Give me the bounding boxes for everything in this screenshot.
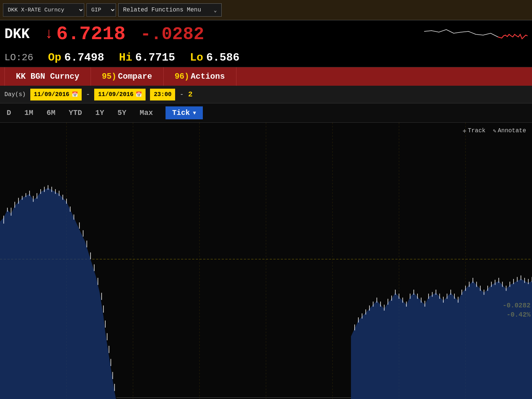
function-menu-bar: KK BGN Curncy 95) Compare 96) Actions (0, 67, 532, 86)
period-ytd-btn[interactable]: YTD (68, 107, 83, 119)
price-display: ↓ 6.7218 (44, 23, 125, 45)
chart-area: ✛ Track ✎ Annotate -0.0282 -0.42% (0, 123, 532, 399)
date-to-value: 11/09/2016 (98, 91, 133, 98)
lo-label: Lo (190, 51, 203, 64)
op-label: Op (48, 51, 61, 64)
actions-menu-item[interactable]: 96) Actions (164, 67, 236, 86)
price-direction-icon: ↓ (44, 26, 53, 42)
main-chart-svg (0, 123, 532, 399)
annotate-button[interactable]: ✎ Annotate (493, 127, 526, 134)
open-info: Op 6.7498 (48, 51, 104, 64)
calendar-icon: 📅 (72, 91, 78, 98)
tick-label: Tick (172, 109, 190, 117)
pencil-icon: ✎ (493, 127, 496, 134)
actions-num: 96) (175, 72, 190, 81)
period-d-btn[interactable]: D (6, 107, 12, 119)
calendar-to-icon: 📅 (136, 91, 142, 98)
hi-value: 6.7715 (135, 51, 175, 64)
hi-label: Hi (119, 51, 132, 64)
price-change: -.0282 (140, 24, 204, 44)
tick-dropdown-icon: ▼ (193, 110, 196, 116)
date-from-field[interactable]: 11/09/2016 📅 (30, 89, 82, 100)
lo-value: 6.586 (206, 51, 239, 64)
period-bar: D 1M 6M YTD 1Y 5Y Max Tick ▼ (0, 103, 532, 123)
date-from-value: 11/09/2016 (34, 91, 69, 98)
period-label: Day(s) (4, 91, 26, 98)
annotate-label: Annotate (498, 127, 526, 134)
compare-label: Compare (118, 72, 152, 81)
track-label: Track (468, 127, 485, 134)
svg-marker-9 (351, 279, 532, 399)
security-name-label: KK BGN Curncy (16, 72, 79, 81)
compare-menu-item[interactable]: 95) Compare (91, 67, 164, 86)
time-display: LO:26 (4, 52, 33, 63)
compare-num: 95) (102, 72, 117, 81)
op-value: 6.7498 (64, 51, 104, 64)
period-5y-btn[interactable]: 5Y (117, 107, 127, 119)
currency-label: DKK (4, 26, 30, 42)
top-bar: DKK X-RATE Curncy GIP Related Functions … (0, 0, 532, 20)
low-info: Lo 6.586 (190, 51, 239, 64)
filter-bar: Day(s) 11/09/2016 📅 - 11/09/2016 📅 23:00… (0, 86, 532, 103)
period-tick-btn[interactable]: Tick ▼ (166, 106, 202, 119)
mini-sparkline (424, 24, 528, 44)
ticker-dropdown[interactable]: GIP (86, 3, 116, 17)
track-button[interactable]: ✛ Track (463, 127, 486, 134)
svg-marker-8 (0, 188, 116, 399)
time-to-partial: 2 (188, 90, 192, 99)
period-1y-btn[interactable]: 1Y (95, 107, 105, 119)
time-from-field[interactable]: 23:00 (150, 89, 175, 100)
security-name-item: KK BGN Curncy (4, 67, 91, 86)
rfm-dropdown[interactable]: Related Functions Menu ⌄ (118, 3, 222, 17)
info-row: LO:26 Op 6.7498 Hi 6.7715 Lo 6.586 (0, 48, 532, 67)
rfm-label: Related Functions Menu (123, 7, 201, 13)
crosshair-icon: ✛ (463, 127, 467, 134)
time-from-value: 23:00 (154, 91, 171, 98)
date-separator: - (86, 91, 90, 98)
high-info: Hi 6.7715 (119, 51, 175, 64)
price-header: DKK ↓ 6.7218 -.0282 (0, 20, 532, 48)
chart-tools: ✛ Track ✎ Annotate (463, 127, 526, 134)
period-max-btn[interactable]: Max (139, 107, 154, 119)
chevron-down-icon: ⌄ (214, 7, 217, 13)
price-value: 6.7218 (56, 23, 125, 45)
actions-label: Actions (191, 72, 225, 81)
period-6m-btn[interactable]: 6M (46, 107, 56, 119)
date-to-field[interactable]: 11/09/2016 📅 (94, 89, 146, 100)
period-1m-btn[interactable]: 1M (24, 107, 34, 119)
security-dropdown[interactable]: DKK X-RATE Curncy (3, 3, 84, 17)
time-separator: - (180, 91, 184, 98)
